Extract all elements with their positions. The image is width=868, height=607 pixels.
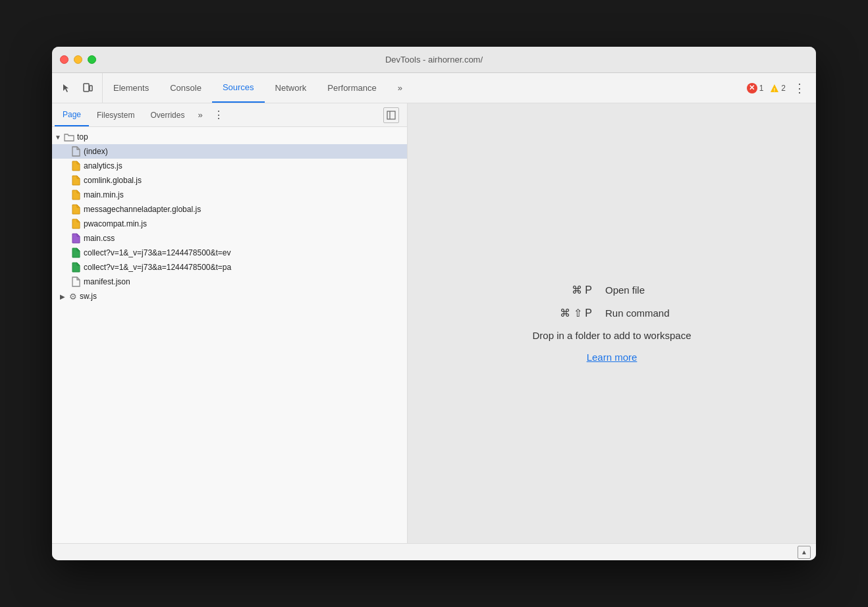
tree-arrow-sw: ▶ bbox=[57, 293, 67, 300]
toolbar: Elements Console Sources Network Perform… bbox=[52, 73, 816, 103]
tab-performance[interactable]: Performance bbox=[317, 73, 387, 103]
main-content: Page Filesystem Overrides » ⋮ bbox=[52, 103, 816, 543]
cursor-icon bbox=[61, 83, 72, 93]
panel-toggle-area bbox=[378, 103, 404, 126]
error-badge[interactable]: ✕ 1 bbox=[747, 83, 764, 93]
file-svg-manifest bbox=[72, 277, 80, 287]
sub-tabs: Page Filesystem Overrides » ⋮ bbox=[52, 103, 407, 127]
maximize-button[interactable] bbox=[88, 55, 96, 64]
gear-icon: ⚙ bbox=[69, 292, 77, 302]
svg-text:!: ! bbox=[774, 87, 775, 92]
shortcut-keys-open: ⌘ P bbox=[539, 284, 592, 296]
warning-count: 2 bbox=[781, 84, 786, 93]
subtab-page[interactable]: Page bbox=[55, 103, 89, 126]
traffic-lights bbox=[60, 55, 96, 64]
device-icon bbox=[82, 83, 93, 93]
device-toggle-button[interactable] bbox=[78, 79, 97, 97]
panel-toggle-icon bbox=[387, 111, 396, 120]
devtools-window: DevTools - airhorner.com/ Elements Conso bbox=[52, 47, 816, 560]
file-name-comlink: comlink.global.js bbox=[84, 176, 142, 185]
file-pwacompat[interactable]: pwacompat.min.js bbox=[52, 217, 407, 231]
file-svg-mainminjs bbox=[72, 190, 80, 200]
file-svg-analytics bbox=[72, 161, 80, 171]
tab-elements[interactable]: Elements bbox=[103, 73, 159, 103]
file-comlink[interactable]: comlink.global.js bbox=[52, 173, 407, 188]
error-icon: ✕ bbox=[747, 83, 757, 93]
file-svg-collect-ev bbox=[72, 248, 80, 258]
subtab-overrides[interactable]: Overrides bbox=[142, 103, 192, 126]
file-name-collect-ev: collect?v=1&_v=j73&a=1244478500&t=ev bbox=[84, 248, 231, 257]
file-svg-messagechannel bbox=[72, 204, 80, 215]
file-tree: ▼ top (inde bbox=[52, 127, 407, 543]
shortcut-label-run: Run command bbox=[605, 307, 684, 319]
learn-more-link[interactable]: Learn more bbox=[587, 352, 637, 363]
shortcut-label-open: Open file bbox=[605, 284, 684, 296]
file-icon-messagechannel bbox=[70, 203, 81, 215]
file-name-mainminjs: main.min.js bbox=[84, 190, 124, 199]
shortcut-open-file: ⌘ P Open file bbox=[539, 284, 684, 296]
shortcut-run-command: ⌘ ⇧ P Run command bbox=[539, 307, 684, 319]
file-svg-collect-pa bbox=[72, 262, 80, 273]
subtab-filesystem[interactable]: Filesystem bbox=[89, 103, 142, 126]
folder-icon bbox=[64, 131, 74, 143]
file-analytics[interactable]: analytics.js bbox=[52, 159, 407, 173]
bottom-bar: ▲ bbox=[52, 543, 816, 560]
minimize-button[interactable] bbox=[74, 55, 82, 64]
file-mainminjs[interactable]: main.min.js bbox=[52, 188, 407, 202]
file-icon-index bbox=[70, 145, 81, 157]
file-index[interactable]: (index) bbox=[52, 144, 407, 159]
tree-root-top[interactable]: ▼ top bbox=[52, 130, 407, 144]
file-manifest[interactable]: manifest.json bbox=[52, 275, 407, 289]
file-svg-maincss bbox=[72, 233, 80, 244]
file-messagechannel[interactable]: messagechanneladapter.global.js bbox=[52, 202, 407, 217]
left-panel: Page Filesystem Overrides » ⋮ bbox=[52, 103, 408, 543]
file-icon-comlink bbox=[70, 174, 81, 186]
file-icon-mainminjs bbox=[70, 189, 81, 201]
file-maincss[interactable]: main.css bbox=[52, 231, 407, 246]
tab-sources[interactable]: Sources bbox=[212, 73, 265, 103]
subtabs-more-button[interactable]: » bbox=[192, 103, 207, 126]
tree-arrow-top: ▼ bbox=[55, 134, 64, 141]
close-button[interactable] bbox=[60, 55, 68, 64]
file-icon-pwacompat bbox=[70, 218, 81, 230]
file-name-index: (index) bbox=[84, 147, 108, 156]
file-icon-maincss bbox=[70, 232, 81, 244]
file-icon-collect-ev bbox=[70, 247, 81, 259]
toolbar-tabs: Elements Console Sources Network Perform… bbox=[103, 73, 742, 103]
toolbar-menu-button[interactable]: ⋮ bbox=[788, 81, 811, 95]
tab-network[interactable]: Network bbox=[265, 73, 317, 103]
toolbar-more-tabs[interactable]: » bbox=[387, 73, 413, 103]
title-bar: DevTools - airhorner.com/ bbox=[52, 47, 816, 73]
root-label: top bbox=[77, 132, 88, 142]
file-collect-ev[interactable]: collect?v=1&_v=j73&a=1244478500&t=ev bbox=[52, 246, 407, 260]
drawer-icon: ▲ bbox=[801, 548, 807, 556]
panel-toggle-button[interactable] bbox=[383, 107, 399, 123]
drop-text: Drop in a folder to add to workspace bbox=[533, 330, 692, 341]
warning-icon: ! bbox=[770, 84, 779, 93]
right-panel: ⌘ P Open file ⌘ ⇧ P Run command Drop in … bbox=[408, 103, 816, 543]
shortcut-keys-run: ⌘ ⇧ P bbox=[539, 307, 592, 319]
subtabs-menu-button[interactable]: ⋮ bbox=[208, 103, 229, 126]
file-name-collect-pa: collect?v=1&_v=j73&a=1244478500&t=pa bbox=[84, 263, 231, 272]
drawer-toggle-button[interactable]: ▲ bbox=[798, 546, 811, 559]
inspect-element-button[interactable] bbox=[57, 79, 76, 97]
window-title: DevTools - airhorner.com/ bbox=[385, 55, 483, 65]
warning-badge[interactable]: ! 2 bbox=[770, 84, 786, 93]
svg-rect-1 bbox=[90, 86, 92, 91]
file-collect-pa[interactable]: collect?v=1&_v=j73&a=1244478500&t=pa bbox=[52, 260, 407, 275]
file-name-manifest: manifest.json bbox=[84, 277, 130, 286]
file-name-messagechannel: messagechanneladapter.global.js bbox=[84, 205, 201, 214]
error-count: 1 bbox=[759, 84, 764, 93]
sw-label: sw.js bbox=[80, 292, 97, 301]
tree-sw-item[interactable]: ▶ ⚙ sw.js bbox=[52, 289, 407, 304]
toolbar-left bbox=[52, 73, 103, 103]
file-name-pwacompat: pwacompat.min.js bbox=[84, 219, 147, 228]
tab-console[interactable]: Console bbox=[159, 73, 212, 103]
file-svg-pwacompat bbox=[72, 219, 80, 229]
file-icon-manifest bbox=[70, 276, 81, 288]
svg-rect-4 bbox=[387, 111, 395, 119]
folder-svg bbox=[64, 132, 74, 142]
file-name-analytics: analytics.js bbox=[84, 161, 122, 171]
file-svg-comlink bbox=[72, 175, 80, 186]
file-svg-index bbox=[72, 146, 80, 157]
